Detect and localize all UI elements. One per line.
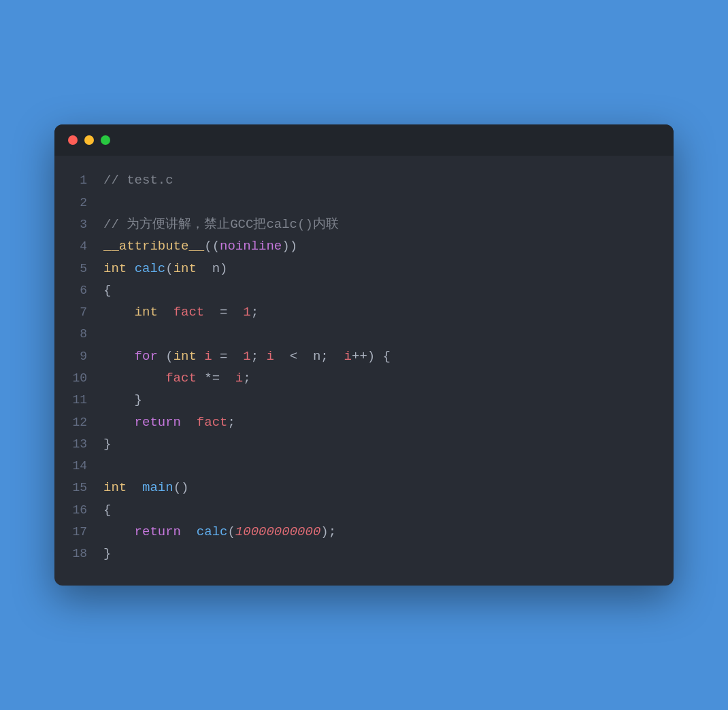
code-line-3: 3 // 为方便讲解，禁止GCC把calc()内联 (68, 214, 653, 235)
code-line-18: 18 } (68, 543, 653, 564)
code-line-13: 13 } (68, 433, 653, 455)
line-number: 18 (68, 543, 87, 564)
line-number: 14 (68, 456, 87, 477)
line-number: 12 (68, 412, 87, 433)
line-content (103, 192, 111, 214)
titlebar (54, 124, 674, 156)
line-content: return calc(10000000000); (103, 521, 336, 543)
code-line-7: 7 int fact = 1; (68, 301, 653, 323)
code-line-6: 6 { (68, 280, 653, 301)
code-line-17: 17 return calc(10000000000); (68, 521, 653, 543)
line-number: 17 (68, 522, 87, 543)
line-content: } (103, 543, 111, 564)
minimize-button[interactable] (84, 135, 94, 145)
line-content (103, 455, 111, 477)
line-number: 15 (68, 477, 87, 498)
code-window: 1 // test.c 2 3 // 为方便讲解，禁止GCC把calc()内联 … (54, 124, 674, 585)
code-line-4: 4 __attribute__((noinline)) (68, 235, 653, 257)
line-content: { (103, 499, 111, 521)
line-number: 8 (68, 324, 87, 345)
line-content: fact *= i; (103, 367, 251, 389)
line-number: 6 (68, 280, 87, 301)
line-content: } (103, 389, 142, 411)
line-number: 3 (68, 214, 87, 235)
code-line-8: 8 (68, 323, 653, 345)
line-content: int fact = 1; (103, 301, 259, 323)
line-content: // test.c (103, 169, 173, 191)
line-content: } (103, 433, 111, 455)
line-number: 13 (68, 434, 87, 455)
code-line-16: 16 { (68, 499, 653, 521)
close-button[interactable] (68, 135, 78, 145)
line-content: return fact; (103, 411, 235, 433)
code-line-11: 11 } (68, 389, 653, 411)
line-content: // 为方便讲解，禁止GCC把calc()内联 (103, 214, 339, 235)
line-number: 1 (68, 170, 87, 191)
line-content: __attribute__((noinline)) (103, 235, 297, 257)
code-line-14: 14 (68, 455, 653, 477)
line-content: { (103, 280, 111, 301)
line-number: 16 (68, 500, 87, 521)
code-line-15: 15 int main() (68, 477, 653, 498)
line-number: 2 (68, 192, 87, 214)
code-line-9: 9 for (int i = 1; i < n; i++) { (68, 345, 653, 367)
line-number: 11 (68, 390, 87, 411)
line-content: for (int i = 1; i < n; i++) { (103, 345, 391, 367)
line-number: 4 (68, 236, 87, 257)
line-number: 5 (68, 258, 87, 280)
line-content: int main() (103, 477, 188, 498)
code-line-1: 1 // test.c (68, 169, 653, 191)
line-number: 9 (68, 346, 87, 367)
maximize-button[interactable] (101, 135, 110, 145)
code-line-5: 5 int calc(int n) (68, 258, 653, 280)
line-content: int calc(int n) (103, 258, 227, 280)
code-line-12: 12 return fact; (68, 411, 653, 433)
line-number: 7 (68, 302, 87, 323)
code-line-10: 10 fact *= i; (68, 367, 653, 389)
line-number: 10 (68, 368, 87, 389)
line-content (103, 323, 111, 345)
code-line-2: 2 (68, 192, 653, 214)
code-editor: 1 // test.c 2 3 // 为方便讲解，禁止GCC把calc()内联 … (54, 156, 674, 585)
